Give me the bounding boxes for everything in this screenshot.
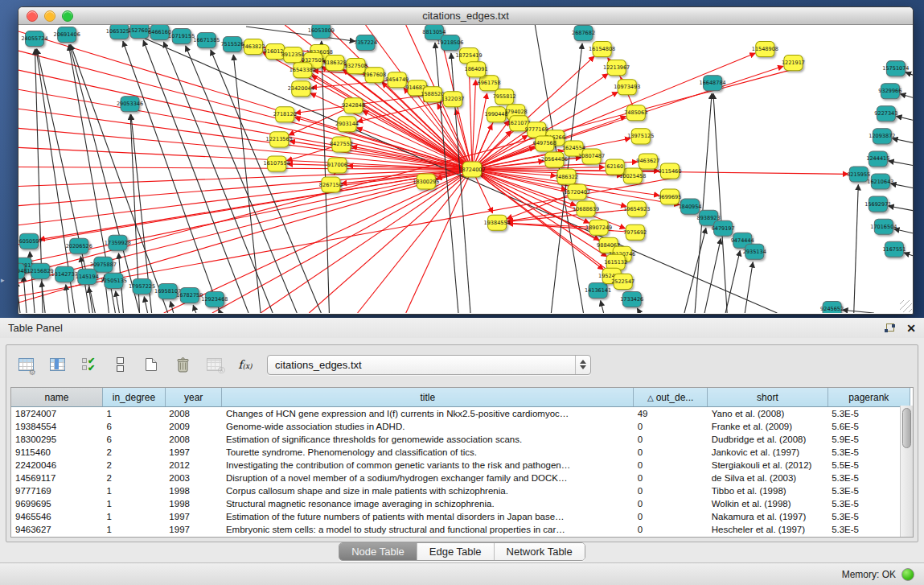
graph-node[interactable]: 26050597 bbox=[18, 233, 43, 249]
graph-node[interactable]: 9227343 bbox=[874, 106, 897, 122]
graph-node[interactable]: 12923468 bbox=[201, 291, 228, 307]
table-row[interactable]: 969969511998Structural magnetic resonanc… bbox=[11, 497, 910, 510]
graph-node[interactable]: 7463822 bbox=[242, 39, 265, 55]
column-header-name[interactable]: name bbox=[11, 388, 103, 407]
graph-node[interactable]: 13142737 bbox=[51, 266, 78, 282]
table-row[interactable]: 911546021997Tourette syndrome. Phenomeno… bbox=[11, 446, 910, 459]
column-header-title[interactable]: title bbox=[222, 388, 634, 407]
graph-node[interactable]: 2903144 bbox=[335, 117, 359, 132]
graph-node[interactable]: 1615132 bbox=[604, 254, 627, 270]
graph-node[interactable]: 9463627 bbox=[636, 154, 659, 169]
graph-node[interactable]: 16154808 bbox=[589, 42, 615, 57]
graph-node[interactable]: 1167551 bbox=[882, 241, 906, 257]
graph-node[interactable]: 17957225 bbox=[129, 278, 155, 294]
graph-node[interactable]: 1733426 bbox=[620, 291, 643, 307]
graph-node[interactable]: 2522547 bbox=[611, 274, 634, 289]
graph-node[interactable]: 12213967 bbox=[603, 60, 630, 76]
graph-node[interactable]: 8186328 bbox=[323, 56, 347, 71]
graph-node[interactable]: 10807487 bbox=[578, 149, 605, 164]
graph-node[interactable]: 12505135 bbox=[101, 273, 127, 288]
table-row[interactable]: 1938455462009Genome-wide association stu… bbox=[11, 420, 910, 433]
table-row[interactable]: 946554611997Estimation of the future num… bbox=[11, 510, 910, 523]
graph-node[interactable]: 9115460 bbox=[658, 163, 681, 179]
graph-node[interactable]: 16053809 bbox=[308, 25, 335, 39]
graph-node[interactable]: 16543382 bbox=[290, 63, 316, 78]
graph-node[interactable]: 10973493 bbox=[614, 80, 640, 95]
tab-network-table[interactable]: Network Table bbox=[494, 543, 585, 560]
graph-node[interactable]: 1990448 bbox=[485, 107, 508, 122]
graph-node[interactable]: 18725419 bbox=[455, 48, 482, 64]
zoom-window-button[interactable] bbox=[62, 10, 73, 22]
table-mode-button[interactable]: ⚙ bbox=[16, 355, 35, 374]
graph-node[interactable]: 8427552 bbox=[330, 137, 353, 152]
minimize-window-button[interactable] bbox=[44, 10, 55, 22]
graph-node[interactable]: 6497568 bbox=[533, 136, 556, 151]
graph-node[interactable]: 6961758 bbox=[478, 76, 501, 91]
graph-node[interactable]: 7515526 bbox=[220, 37, 244, 52]
graph-node[interactable]: 18907249 bbox=[585, 220, 612, 235]
graph-node[interactable]: 19218506 bbox=[437, 35, 463, 51]
table-selector[interactable]: citations_edges.txt bbox=[267, 355, 591, 375]
delete-table-button[interactable] bbox=[173, 355, 192, 374]
graph-node[interactable]: 62160 bbox=[606, 159, 624, 175]
graph-node[interactable]: 19654923 bbox=[623, 201, 650, 216]
graph-node[interactable]: 2687682 bbox=[572, 26, 595, 41]
graph-node[interactable]: 1221917 bbox=[782, 56, 805, 71]
function-builder-button[interactable]: f(x) bbox=[236, 355, 255, 374]
graph-node[interactable]: 8267150 bbox=[319, 177, 343, 192]
graph-node[interactable]: 13975125 bbox=[627, 129, 654, 144]
column-header-short[interactable]: short bbox=[708, 388, 827, 407]
graph-node[interactable]: 7955812 bbox=[493, 89, 516, 105]
graph-node[interactable]: 17016504 bbox=[870, 219, 897, 234]
graph-node[interactable]: 6479197 bbox=[712, 220, 735, 236]
window-resize-grip[interactable] bbox=[900, 300, 912, 312]
graph-node[interactable]: 7486322 bbox=[555, 169, 578, 184]
graph-node[interactable]: 9242848 bbox=[342, 98, 365, 113]
graph-node[interactable]: 1322037 bbox=[441, 92, 464, 107]
graph-node[interactable]: 16671385 bbox=[193, 33, 220, 48]
graph-node[interactable]: 18724007 bbox=[458, 162, 485, 177]
graph-node[interactable]: 16210643 bbox=[867, 174, 893, 189]
table-row[interactable]: 1872400712008Changes of HCN gene express… bbox=[11, 407, 910, 421]
table-scrollbar-thumb[interactable] bbox=[902, 408, 911, 448]
table-row[interactable]: 1456911722003Disruption of a novel membe… bbox=[11, 472, 910, 484]
show-columns-button[interactable] bbox=[47, 355, 67, 374]
table-scrollbar[interactable] bbox=[900, 406, 913, 537]
graph-node[interactable]: 18300295 bbox=[413, 174, 439, 189]
graph-node[interactable]: 12093872 bbox=[869, 129, 895, 144]
table-row[interactable]: 946362711997Embryonic stem cells: a mode… bbox=[11, 523, 910, 536]
graph-node[interactable]: 7485063 bbox=[624, 105, 647, 121]
graph-node[interactable]: 1840954 bbox=[678, 199, 701, 214]
graph-node[interactable]: 23420044 bbox=[288, 81, 314, 97]
graph-node[interactable]: 2718120 bbox=[273, 107, 297, 122]
graph-node[interactable]: 16782759 bbox=[176, 287, 203, 303]
select-all-columns-button[interactable]: ✔✔ bbox=[79, 355, 98, 374]
graph-node[interactable]: 16107554 bbox=[264, 156, 290, 171]
column-header-out-degree[interactable]: △out_de... bbox=[634, 388, 708, 407]
graph-node[interactable]: 15720407 bbox=[564, 184, 590, 200]
panel-collapse-arrow[interactable]: ▸ bbox=[1, 277, 5, 284]
graph-node[interactable]: 15692971 bbox=[864, 196, 891, 212]
column-header-in-degree[interactable]: in_degree bbox=[103, 388, 166, 407]
graph-node[interactable]: 10688639 bbox=[573, 201, 599, 216]
graph-node[interactable]: 12213563 bbox=[266, 132, 293, 147]
graph-node[interactable]: 10719155 bbox=[168, 29, 195, 44]
graph-node[interactable]: 29053346 bbox=[117, 97, 143, 112]
network-canvas[interactable]: 2405572420691406106532571527602646616010… bbox=[18, 25, 913, 313]
graph-node[interactable]: 15751074 bbox=[882, 61, 909, 76]
graph-node[interactable]: 1244415 bbox=[866, 151, 889, 167]
create-table-button[interactable] bbox=[142, 355, 161, 374]
graph-node[interactable]: 17359928 bbox=[105, 235, 131, 250]
tab-node-table[interactable]: Node Table bbox=[339, 543, 417, 560]
tab-edge-table[interactable]: Edge Table bbox=[417, 543, 494, 560]
graph-node[interactable]: 20206526 bbox=[66, 238, 92, 253]
float-panel-icon[interactable] bbox=[885, 323, 895, 332]
graph-node[interactable]: 20691406 bbox=[54, 27, 80, 43]
unselect-all-columns-button[interactable] bbox=[110, 355, 129, 374]
graph-node[interactable]: 2935134 bbox=[743, 244, 766, 259]
graph-node[interactable]: 917006 bbox=[327, 158, 347, 173]
graph-node[interactable]: 20564486 bbox=[541, 152, 568, 167]
close-panel-icon[interactable]: ✕ bbox=[906, 323, 916, 334]
graph-node[interactable]: 12156829 bbox=[27, 263, 54, 278]
graph-node[interactable]: 14136141 bbox=[585, 282, 611, 298]
